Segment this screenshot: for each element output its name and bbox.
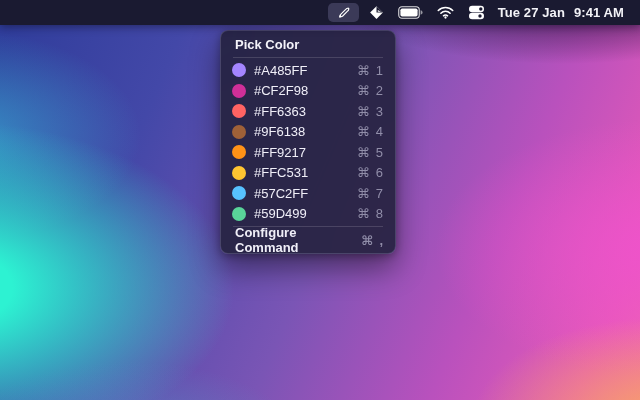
color-hex-label: #59D499: [254, 206, 307, 221]
command-key-icon: ⌘: [357, 63, 370, 78]
color-hex-label: #A485FF: [254, 63, 307, 78]
control-center-menubar-item[interactable]: [461, 0, 492, 25]
color-hex-label: #FFC531: [254, 165, 308, 180]
command-key-icon: ⌘: [357, 186, 370, 201]
command-key-icon: ⌘: [357, 83, 370, 98]
command-key-icon: ⌘: [357, 206, 370, 221]
color-item-4[interactable]: #9F6138 ⌘4: [221, 122, 395, 143]
color-item-1[interactable]: #A485FF ⌘1: [221, 60, 395, 81]
command-key-icon: ⌘: [357, 165, 370, 180]
color-hex-label: #FF9217: [254, 145, 306, 160]
color-item-7[interactable]: #57C2FF ⌘7: [221, 183, 395, 204]
menubar-time: 9:41 AM: [574, 5, 624, 20]
color-item-3[interactable]: #FF6363 ⌘3: [221, 101, 395, 122]
color-item-5[interactable]: #FF9217 ⌘5: [221, 142, 395, 163]
command-key-icon: ⌘: [357, 124, 370, 139]
color-swatch: [232, 207, 246, 221]
battery-icon: [398, 6, 423, 19]
color-item-8[interactable]: #59D499 ⌘8: [221, 204, 395, 225]
shortcut-label: ⌘8: [357, 206, 383, 221]
shortcut-label: ⌘6: [357, 165, 383, 180]
color-list: #A485FF ⌘1 #CF2F98 ⌘2 #FF6363 ⌘3 #9F6138…: [221, 58, 395, 226]
color-item-6[interactable]: #FFC531 ⌘6: [221, 163, 395, 184]
wifi-menubar-item[interactable]: [430, 0, 461, 25]
shortcut-label: ⌘1: [357, 63, 383, 78]
color-hex-label: #9F6138: [254, 124, 305, 139]
command-key-icon: ⌘: [357, 104, 370, 119]
color-swatch: [232, 125, 246, 139]
color-picker-menubar-item[interactable]: [328, 3, 359, 22]
screenshot-app-icon: [369, 5, 384, 20]
wifi-icon: [437, 6, 454, 19]
configure-command-item[interactable]: Configure Command ⌘,: [221, 228, 395, 252]
menu-bar: Tue 27 Jan 9:41 AM: [0, 0, 640, 25]
screenshot-app-menubar-item[interactable]: [362, 0, 391, 25]
color-swatch: [232, 186, 246, 200]
color-swatch: [232, 63, 246, 77]
color-swatch: [232, 166, 246, 180]
command-key-icon: ⌘: [361, 233, 373, 248]
control-center-icon: [468, 5, 485, 20]
color-item-2[interactable]: #CF2F98 ⌘2: [221, 81, 395, 102]
command-key-icon: ⌘: [357, 145, 370, 160]
color-swatch: [232, 84, 246, 98]
color-picker-menu: Pick Color #A485FF ⌘1 #CF2F98 ⌘2 #FF6363…: [220, 30, 396, 254]
shortcut-label: ⌘7: [357, 186, 383, 201]
shortcut-label: ⌘3: [357, 104, 383, 119]
menu-title: Pick Color: [221, 31, 395, 57]
color-swatch: [232, 104, 246, 118]
color-hex-label: #CF2F98: [254, 83, 308, 98]
eyedropper-icon: [336, 5, 351, 20]
shortcut-label: ⌘4: [357, 124, 383, 139]
shortcut-label: ⌘,: [361, 233, 383, 248]
menubar-date: Tue 27 Jan: [498, 5, 565, 20]
color-swatch: [232, 145, 246, 159]
shortcut-label: ⌘2: [357, 83, 383, 98]
configure-command-label: Configure Command: [235, 225, 361, 255]
color-hex-label: #57C2FF: [254, 186, 308, 201]
color-hex-label: #FF6363: [254, 104, 306, 119]
battery-menubar-item[interactable]: [391, 0, 430, 25]
shortcut-label: ⌘5: [357, 145, 383, 160]
menubar-clock[interactable]: Tue 27 Jan 9:41 AM: [498, 5, 624, 20]
